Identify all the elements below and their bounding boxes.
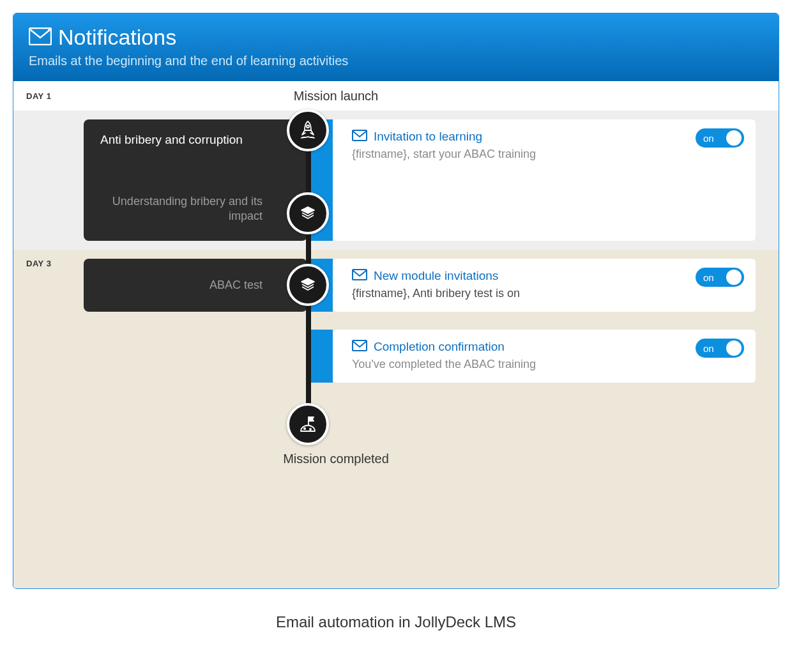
svg-point-6 <box>304 428 305 429</box>
email-card-completion[interactable]: on Completion confirmation You've comple… <box>333 330 756 383</box>
svg-rect-3 <box>353 130 367 141</box>
mission-completed-label: Mission completed <box>240 452 432 466</box>
toggle-knob <box>726 130 742 146</box>
mission-item: Understanding bribery and its impact <box>100 194 263 224</box>
mission-item: ABAC test <box>100 278 263 293</box>
section-day-3: DAY 3 ABAC test on <box>13 250 779 588</box>
email-subject: You've completed the ABAC training <box>352 358 742 371</box>
toggle-label: on <box>703 272 714 283</box>
toggle-completion[interactable]: on <box>696 339 744 358</box>
mission-title: Anti bribery and corruption <box>100 132 263 148</box>
envelope-icon <box>352 340 367 354</box>
email-card-invitation[interactable]: on Invitation to learning {firstname}, s… <box>333 119 756 241</box>
module-icon <box>287 264 329 306</box>
svg-point-7 <box>310 429 311 430</box>
panel-title: Notifications <box>58 25 176 50</box>
toggle-label: on <box>703 133 714 144</box>
email-subject: {firstname}, Anti bribery test is on <box>352 287 742 300</box>
email-title: Invitation to learning <box>374 130 482 144</box>
notifications-panel: Notifications Emails at the beginning an… <box>13 13 779 589</box>
section-day-1: Anti bribery and corruption Understandin… <box>13 111 779 250</box>
mission-card-2: ABAC test <box>84 259 307 312</box>
svg-rect-5 <box>353 340 367 351</box>
rocket-icon <box>287 109 329 151</box>
email-card-new-module[interactable]: on New module invitations {firstname}, A… <box>333 259 756 312</box>
toggle-knob <box>726 270 742 285</box>
panel-header: Notifications Emails at the beginning an… <box>13 13 779 81</box>
mission-card-1: Anti bribery and corruption Understandin… <box>84 119 307 241</box>
day-label-1: DAY 1 <box>26 91 51 101</box>
envelope-icon <box>352 269 367 283</box>
email-subject: {firstname}, start your ABAC training <box>352 148 742 161</box>
email-title: New module invitations <box>374 269 498 283</box>
email-title: Completion confirmation <box>374 340 505 354</box>
toggle-new-module[interactable]: on <box>696 268 744 287</box>
timeline-area: DAY 1 Mission launch Anti bribery and co… <box>13 81 779 588</box>
toggle-knob <box>726 340 742 356</box>
toggle-label: on <box>703 343 714 354</box>
module-icon <box>287 192 329 234</box>
panel-subtitle: Emails at the beginning and the end of l… <box>29 54 763 68</box>
caption: Email automation in JollyDeck LMS <box>13 613 779 631</box>
toggle-invitation[interactable]: on <box>696 128 744 148</box>
mission-launch-label: Mission launch <box>240 89 432 103</box>
envelope-icon <box>29 27 52 48</box>
envelope-icon <box>352 130 367 144</box>
svg-rect-4 <box>353 270 367 280</box>
email-tab <box>307 330 333 383</box>
flag-finish-icon <box>287 403 329 445</box>
svg-point-2 <box>307 125 309 128</box>
